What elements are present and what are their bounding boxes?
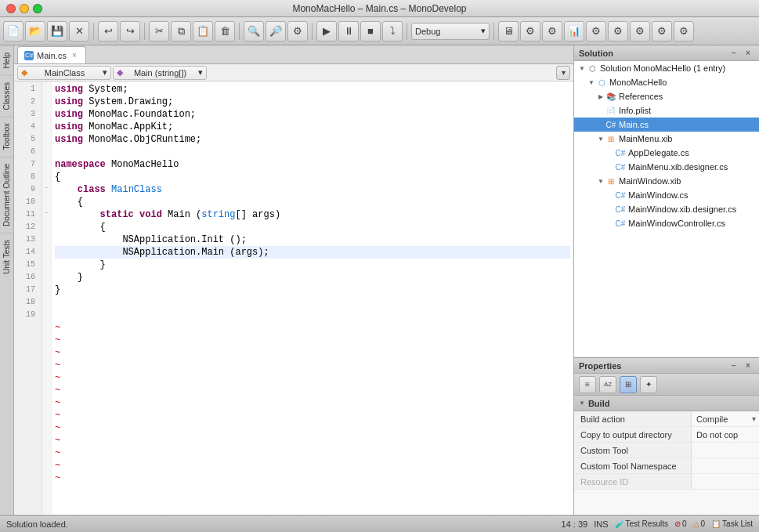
build-action-value[interactable]: Compile [692,414,748,424]
tree-label-mainwindow-xib: MainWindow.xib [619,176,681,186]
custom-tool-namespace-row: Custom Tool Namespace [574,458,759,474]
traffic-lights[interactable] [6,4,42,13]
open-button[interactable]: 📂 [25,21,45,42]
tree-item-references[interactable]: ▶ 📚 References [574,89,759,103]
paste-button[interactable]: 📋 [193,21,213,42]
tab-main-cs[interactable]: C# Main.cs × [17,46,86,63]
prop-grid-btn[interactable]: ⊞ [620,376,637,393]
step-button[interactable]: ⤵ [382,21,403,42]
tree-item-maincs[interactable]: ▶ C# Main.cs [574,118,759,132]
sidebar-tab-toolbox[interactable]: Toolbox [0,116,13,156]
tree-item-mainwindow-cs[interactable]: ▶ C# MainWindow.cs [574,188,759,202]
method-breadcrumb[interactable]: ◆ Main (string[]) ▾ [113,66,207,80]
code-content[interactable]: using System; using System.Drawing; usin… [52,81,573,515]
tree-item-mainmenu-xib[interactable]: ▼ ⊞ MainMenu.xib [574,132,759,146]
build-section-header[interactable]: ▼ Build [574,396,759,411]
extra-btn3[interactable]: ⚙ [608,21,628,42]
extra-btn5[interactable]: ⚙ [652,21,672,42]
breadcrumb-action-btn[interactable]: ▾ [556,66,570,80]
prop-list-btn[interactable]: ≡ [579,376,596,393]
tree-item-solution-root[interactable]: ▼ ⬡ Solution MonoMacHello (1 entry) [574,61,759,75]
pause-button[interactable]: ⏸ [338,21,359,42]
tree-item-project[interactable]: ▼ ⬡ MonoMacHello [574,75,759,89]
config-select[interactable]: Debug ▾ [411,23,490,40]
extra-btn4[interactable]: ⚙ [630,21,650,42]
sidebar-tab-help[interactable]: Help [0,45,13,75]
sidebar-tab-unit-tests[interactable]: Unit Tests [0,233,13,280]
class-breadcrumb[interactable]: ◆ MainClass ▾ [17,66,111,80]
fold-10 [42,194,51,207]
tree-item-mainwindow-xib[interactable]: ▼ ⊞ MainWindow.xib [574,174,759,188]
tree-item-appdelegate[interactable]: ▶ C# AppDelegate.cs [574,146,759,160]
run-button[interactable]: ▶ [316,21,337,42]
findreplace-button[interactable]: 🔎 [266,21,286,42]
copy-output-value[interactable]: Do not cop [692,430,759,440]
tree-label-maincs: Main.cs [619,120,649,129]
panel-close-btn[interactable]: × [742,48,754,59]
stop-button[interactable]: ■ [360,21,381,42]
status-right: 14 : 39 INS 🧪 Test Results ⊘ 0 △ 0 📋 Tas… [562,519,753,529]
minimize-button[interactable] [20,4,29,13]
breadcrumb-bar: ◆ MainClass ▾ ◆ Main (string[]) ▾ ▾ [14,64,573,81]
extra-btn6[interactable]: ⚙ [674,21,694,42]
copy-button[interactable]: ⧉ [171,21,191,42]
build-section-arrow: ▼ [579,400,585,407]
delete-button[interactable]: 🗑 [215,21,235,42]
code-line-17: } [55,284,570,296]
config-label: Debug [415,27,440,36]
sidebar-tab-classes[interactable]: Classes [0,75,13,117]
fold-3 [42,107,51,119]
maximize-button[interactable] [33,4,42,13]
tab-close-button[interactable]: × [70,51,79,60]
tilde-4: ~ [55,359,570,371]
cut-button[interactable]: ✂ [149,21,169,42]
line-num-13: 13 [14,233,38,246]
line-num-18: 18 [14,296,38,309]
undo-button[interactable]: ↩ [98,21,118,42]
tree-item-infoplist[interactable]: ▶ 📄 Info.plist [574,103,759,118]
sidebar-tab-doc-outline[interactable]: Document Outline [0,157,13,233]
panel-minimize-btn[interactable]: − [728,48,740,59]
fold-11[interactable]: − [42,207,51,219]
line-num-12: 12 [14,221,38,233]
task-list-badge[interactable]: 📋 Task List [711,519,753,528]
close-doc-button[interactable]: ✕ [69,21,89,42]
redo-button[interactable]: ↪ [120,21,140,42]
tree-item-mainmenu-designer[interactable]: ▶ C# MainMenu.xib.designer.cs [574,160,759,174]
prop-az-btn[interactable]: AZ [599,376,616,393]
close-button[interactable] [6,4,16,13]
save-button[interactable]: 💾 [47,21,67,42]
tree-label-project: MonoMacHello [609,78,667,87]
code-line-16: } [55,271,570,284]
test-results-badge[interactable]: 🧪 Test Results [615,519,668,528]
tree-item-mainwindow-designer[interactable]: ▶ C# MainWindow.xib.designer.cs [574,202,759,216]
extra-btn2[interactable]: ⚙ [586,21,606,42]
tree-label-mainmenu-designer: MainMenu.xib.designer.cs [628,162,728,172]
device-btn[interactable]: 🖥 [498,21,519,42]
stats-btn[interactable]: 📊 [564,21,584,42]
new-button[interactable]: 📄 [3,21,23,42]
code-line-3: using MonoMac.Foundation; [55,108,570,121]
code-editor[interactable]: 1 2 3 4 5 6 7 8 9 10 11 12 13 14 15 16 1… [14,81,573,515]
errors-badge[interactable]: ⊘ 0 [674,519,687,528]
build-action-scroll[interactable]: ▾ [748,414,759,423]
prop-custom-btn[interactable]: ✦ [640,376,657,393]
properties-close-btn[interactable]: × [742,360,754,371]
properties-toolbar: ≡ AZ ⊞ ✦ [574,374,759,396]
solution-tree[interactable]: ▼ ⬡ Solution MonoMacHello (1 entry) ▼ ⬡ … [574,61,759,357]
fold-9[interactable]: − [42,182,51,194]
mainwindow-icon: ⊞ [605,176,616,186]
tree-item-mainwindowcontroller[interactable]: ▶ C# MainWindowController.cs [574,216,759,230]
properties-minimize-btn[interactable]: − [728,360,740,371]
build-action-label: Build action [574,411,692,426]
line-num-1: 1 [14,83,38,96]
fold-12 [42,219,51,232]
fold-1 [42,81,51,94]
warnings-badge[interactable]: △ 0 [693,519,706,528]
extra-btn1[interactable]: ⚙ [287,21,308,42]
fold-13 [42,232,51,244]
mainwindow-designer-icon: C# [615,204,626,215]
run2-btn[interactable]: ⚙ [520,21,540,42]
find-button[interactable]: 🔍 [244,21,264,42]
run3-btn[interactable]: ⚙ [542,21,562,42]
